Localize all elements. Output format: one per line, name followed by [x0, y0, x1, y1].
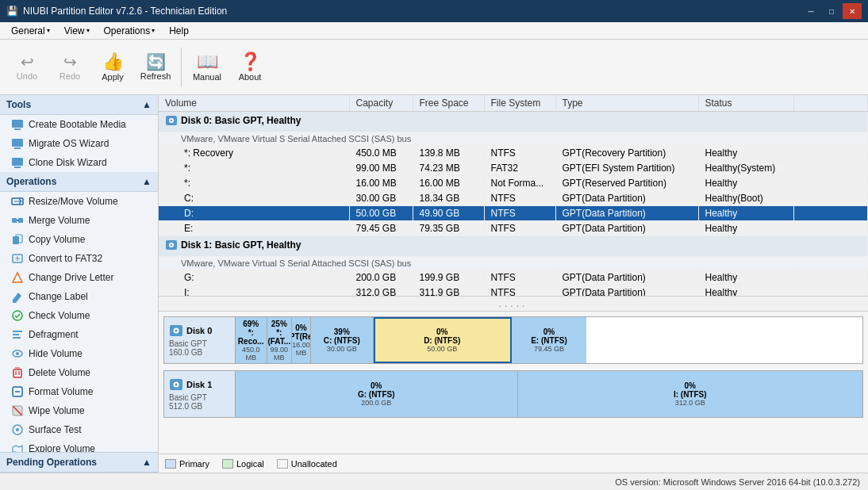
table-row[interactable]: *:99.00 MB74.23 MBFAT32GPT(EFI System Pa… [159, 161, 868, 176]
sidebar-item-create-bootable[interactable]: Create Bootable Media [0, 115, 158, 134]
sidebar-item-merge-volume[interactable]: Merge Volume [0, 211, 158, 230]
sidebar-item-surface-test[interactable]: Surface Test [0, 420, 158, 439]
hide-volume-icon [11, 347, 24, 360]
sidebar-item-check-volume[interactable]: Check Volume [0, 306, 158, 325]
sidebar-item-format-volume[interactable]: Format Volume [0, 382, 158, 401]
disk-label: Disk 0 Basic GPT 160.0 GB [164, 317, 236, 363]
apply-label: Apply [102, 72, 124, 82]
tools-section-header[interactable]: Tools ▲ [0, 95, 158, 115]
sidebar: Tools ▲ Create Bootable Media Migrate OS… [0, 95, 159, 473]
sidebar-item-clone-disk[interactable]: Clone Disk Wizard [0, 153, 158, 172]
partition-block[interactable]: 25% *: (FAT... 99.00 MB [267, 317, 293, 363]
redo-button[interactable]: ↪ Redo [49, 44, 90, 91]
legend-primary: Primary [165, 459, 209, 469]
svg-rect-0 [12, 120, 23, 128]
sidebar-item-change-drive-letter[interactable]: Change Drive Letter [0, 268, 158, 287]
redo-label: Redo [60, 71, 80, 81]
svg-point-23 [16, 428, 19, 431]
partition-block[interactable]: 0% I: (NTFS) 312.0 GB [518, 371, 863, 417]
svg-point-33 [171, 244, 172, 246]
about-button[interactable]: ❓ About [229, 44, 271, 91]
sidebar-item-explore-volume[interactable]: Explore Volume [0, 439, 158, 452]
titlebar-controls: ─ □ ✕ [801, 3, 862, 19]
sidebar-scroll: Create Bootable Media Migrate OS Wizard … [0, 115, 158, 452]
legend-logical-box [222, 459, 233, 469]
surface-test-icon [11, 423, 24, 436]
table-row[interactable]: D:50.00 GB49.90 GBNTFSGPT(Data Partition… [159, 206, 868, 221]
change-drive-letter-icon [11, 271, 24, 284]
legend-logical: Logical [222, 459, 264, 469]
partition-block[interactable]: 0% G: (NTFS) 200.0 GB [236, 371, 518, 417]
titlebar-left: 💾 NIUBI Partition Editor v7.2.6 - Techni… [6, 6, 227, 17]
table-row[interactable]: C:30.00 GB18.34 GBNTFSGPT(Data Partition… [159, 191, 868, 206]
col-fs: File System [484, 95, 555, 112]
sidebar-item-convert-fat32[interactable]: Convert to FAT32 [0, 249, 158, 268]
titlebar: 💾 NIUBI Partition Editor v7.2.6 - Techni… [0, 0, 868, 22]
pending-collapse-icon: ▲ [142, 457, 152, 468]
close-button[interactable]: ✕ [843, 3, 862, 19]
disk-visual-area: Disk 0 Basic GPT 160.0 GB 69% *: Reco...… [159, 311, 868, 454]
change-label-icon [11, 290, 24, 303]
refresh-icon: 🔄 [146, 54, 166, 70]
menu-operations-arrow: ▾ [152, 27, 155, 34]
menu-help[interactable]: Help [163, 24, 195, 38]
legend-unallocated-label: Unallocated [291, 459, 337, 469]
toolbar: ↩ Undo ↪ Redo 👍 Apply 🔄 Refresh 📖 Manual… [0, 40, 868, 95]
col-capacity: Capacity [349, 95, 413, 112]
col-status: Status [698, 95, 793, 112]
app-title: NIUBI Partition Editor v7.2.6 - Technici… [23, 6, 227, 17]
partition-block[interactable]: 0% E: (NTFS) 79.45 GB [512, 317, 587, 363]
legend-unallocated: Unallocated [277, 459, 337, 469]
delete-volume-icon [11, 366, 24, 379]
sidebar-item-wipe-volume[interactable]: Wipe Volume [0, 401, 158, 420]
table-row[interactable]: I:312.0 GB311.9 GBNTFSGPT(Data Partition… [159, 285, 868, 297]
undo-button[interactable]: ↩ Undo [6, 44, 48, 91]
legend: Primary Logical Unallocated [159, 454, 868, 473]
menu-general[interactable]: General ▾ [5, 24, 56, 38]
sidebar-item-delete-volume[interactable]: Delete Volume [0, 363, 158, 382]
menu-view-arrow: ▾ [86, 27, 90, 34]
tools-collapse-icon: ▲ [142, 99, 152, 110]
app-icon: 💾 [6, 6, 18, 17]
menu-operations[interactable]: Operations ▾ [98, 24, 162, 38]
menu-view[interactable]: View ▾ [58, 24, 96, 38]
copy-volume-icon [11, 233, 24, 246]
sidebar-item-copy-volume[interactable]: Copy Volume [0, 230, 158, 249]
apply-icon: 👍 [102, 53, 124, 71]
pending-operations-header[interactable]: Pending Operations ▲ [0, 452, 158, 473]
redo-icon: ↪ [63, 54, 77, 70]
table-row[interactable]: *: Recovery450.0 MB139.8 MBNTFSGPT(Recov… [159, 146, 868, 161]
minimize-button[interactable]: ─ [801, 3, 820, 19]
manual-button[interactable]: 📖 Manual [186, 44, 228, 91]
svg-rect-5 [14, 167, 21, 168]
col-extra [793, 95, 868, 112]
svg-rect-1 [14, 128, 21, 130]
table-row[interactable]: *:16.00 MB16.00 MBNot Forma...GPT(Reserv… [159, 176, 868, 191]
partition-block[interactable]: 69% *: Reco... 450.0 MB [236, 317, 267, 363]
partition-block[interactable]: 0% D: (NTFS) 50.00 GB [374, 317, 512, 363]
sidebar-item-hide-volume[interactable]: Hide Volume [0, 344, 158, 363]
sidebar-item-defragment[interactable]: Defragment [0, 325, 158, 344]
statusbar-text: OS version: Microsoft Windows Server 201… [615, 477, 860, 487]
partition-table-container[interactable]: Volume Capacity Free Space File System T… [159, 95, 868, 297]
disk-visual-row: Disk 0 Basic GPT 160.0 GB 69% *: Reco...… [163, 316, 863, 364]
partition-block[interactable]: 39% C: (NTFS) 30.00 GB [311, 317, 374, 363]
table-row[interactable]: E:79.45 GB79.35 GBNTFSGPT(Data Partition… [159, 221, 868, 236]
menu-general-arrow: ▾ [47, 27, 50, 34]
svg-rect-15 [13, 337, 21, 339]
undo-icon: ↩ [21, 54, 34, 70]
operations-section-header[interactable]: Operations ▲ [0, 172, 158, 192]
sidebar-item-change-label[interactable]: Change Label [0, 287, 158, 306]
apply-button[interactable]: 👍 Apply [92, 44, 133, 91]
restore-button[interactable]: □ [822, 3, 841, 19]
partition-block[interactable]: 0% GPT(Re... 16.00 MB [292, 317, 311, 363]
sidebar-item-resize-move[interactable]: Resize/Move Volume [0, 192, 158, 211]
migrate-os-icon [11, 137, 24, 150]
partition-table: Volume Capacity Free Space File System T… [159, 95, 868, 297]
legend-logical-label: Logical [236, 459, 264, 469]
sidebar-item-migrate-os[interactable]: Migrate OS Wizard [0, 134, 158, 153]
statusbar: OS version: Microsoft Windows Server 201… [0, 473, 868, 490]
refresh-button[interactable]: 🔄 Refresh [135, 44, 176, 91]
table-row[interactable]: G:200.0 GB199.9 GBNTFSGPT(Data Partition… [159, 270, 868, 285]
disk-partitions: 0% G: (NTFS) 200.0 GB 0% I: (NTFS) 312.0… [236, 371, 862, 417]
